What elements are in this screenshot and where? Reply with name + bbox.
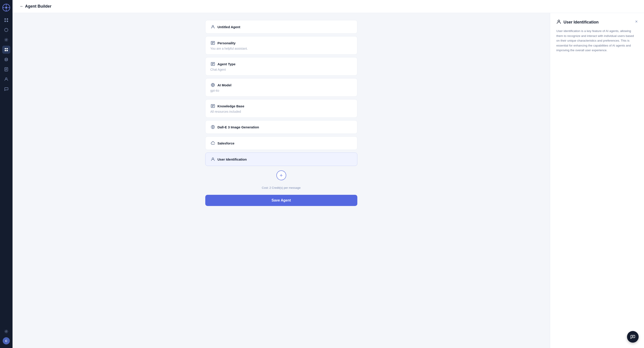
sidebar-settings-icon[interactable] bbox=[2, 328, 10, 336]
right-panel: User Identification × User identificatio… bbox=[550, 13, 644, 348]
svg-rect-12 bbox=[5, 48, 6, 49]
svg-rect-15 bbox=[6, 50, 8, 51]
svg-rect-9 bbox=[7, 20, 8, 22]
back-arrow-icon: ← bbox=[20, 4, 24, 9]
knowledge-base-value: All resources included bbox=[210, 110, 352, 114]
ai-model-value: gpt-4o bbox=[210, 89, 352, 92]
add-button-wrapper: + bbox=[205, 170, 357, 180]
svg-point-10 bbox=[5, 28, 8, 32]
personality-title: Personality bbox=[218, 41, 236, 45]
close-panel-button[interactable]: × bbox=[635, 19, 638, 24]
agent-type-value: Chat Agent bbox=[210, 68, 352, 71]
user-identification-card[interactable]: User Identification bbox=[205, 152, 357, 166]
dall-e-icon bbox=[210, 124, 215, 130]
sidebar: C bbox=[0, 0, 12, 348]
right-panel-title-row: User Identification bbox=[556, 19, 598, 25]
content-area: Untitled Agent bbox=[12, 13, 644, 348]
sidebar-item-database[interactable] bbox=[2, 56, 10, 64]
dall-e-title: Dall-E 3 Image Generation bbox=[218, 125, 259, 129]
untitled-agent-card[interactable]: Untitled Agent bbox=[205, 20, 357, 34]
svg-rect-6 bbox=[4, 18, 6, 20]
save-agent-button[interactable]: Save Agent bbox=[205, 195, 357, 206]
user-id-title: User Identification bbox=[218, 158, 247, 161]
sidebar-item-agents[interactable] bbox=[2, 46, 10, 54]
logo[interactable] bbox=[2, 4, 10, 12]
svg-point-33 bbox=[212, 84, 214, 86]
cost-text: Cost: 2 Credit(s) per message bbox=[205, 186, 357, 190]
personality-card[interactable]: Personality You are a helpful assistant. bbox=[205, 36, 357, 54]
sidebar-item-chat[interactable] bbox=[2, 26, 10, 34]
user-id-icon bbox=[210, 157, 215, 162]
svg-point-1 bbox=[5, 6, 8, 9]
knowledge-base-card[interactable]: Knowledge Base All resources included bbox=[205, 99, 357, 118]
svg-point-47 bbox=[558, 20, 560, 22]
svg-point-11 bbox=[6, 39, 7, 40]
agent-type-title: Agent Type bbox=[218, 62, 236, 66]
personality-icon bbox=[210, 40, 215, 46]
agent-type-icon bbox=[210, 62, 215, 66]
svg-point-22 bbox=[6, 331, 7, 332]
right-panel-header: User Identification × bbox=[556, 19, 638, 25]
salesforce-card[interactable]: Salesforce bbox=[205, 136, 357, 150]
right-panel-person-icon bbox=[556, 19, 561, 25]
svg-point-43 bbox=[212, 126, 213, 128]
knowledge-base-icon bbox=[210, 104, 215, 108]
main-content: ← Agent Builder Untitled Agent bbox=[12, 0, 644, 348]
sidebar-item-dashboard[interactable] bbox=[2, 16, 10, 24]
salesforce-title: Salesforce bbox=[218, 141, 234, 145]
right-panel-title: User Identification bbox=[564, 20, 598, 24]
page-title: Agent Builder bbox=[25, 4, 52, 9]
sidebar-item-settings[interactable] bbox=[2, 36, 10, 44]
ai-model-icon bbox=[210, 82, 215, 88]
dall-e-card[interactable]: Dall-E 3 Image Generation bbox=[205, 120, 357, 134]
ai-model-card[interactable]: AI Model gpt-4o bbox=[205, 78, 357, 96]
personality-value: You are a helpful assistant. bbox=[210, 47, 352, 50]
center-panel: Untitled Agent bbox=[12, 13, 550, 348]
svg-rect-13 bbox=[6, 48, 8, 49]
add-component-button[interactable]: + bbox=[276, 170, 286, 180]
ai-model-title: AI Model bbox=[218, 83, 232, 87]
knowledge-base-title: Knowledge Base bbox=[218, 104, 244, 108]
cards-container: Untitled Agent bbox=[205, 20, 357, 206]
sidebar-item-messages[interactable] bbox=[2, 85, 10, 93]
header: ← Agent Builder bbox=[12, 0, 644, 13]
person-icon bbox=[210, 24, 215, 29]
svg-point-16 bbox=[5, 58, 8, 59]
sidebar-item-users[interactable] bbox=[2, 75, 10, 83]
user-avatar[interactable]: C bbox=[3, 337, 10, 344]
agent-type-card[interactable]: Agent Type Chat Agent bbox=[205, 57, 357, 76]
right-panel-description: User identification is a key feature of … bbox=[556, 29, 638, 53]
svg-rect-7 bbox=[7, 18, 8, 20]
svg-rect-14 bbox=[5, 50, 6, 51]
sidebar-item-documents[interactable] bbox=[2, 65, 10, 73]
back-button[interactable]: ← Agent Builder bbox=[20, 4, 52, 9]
untitled-agent-title: Untitled Agent bbox=[218, 25, 240, 29]
svg-rect-8 bbox=[4, 20, 6, 22]
chat-float-button[interactable] bbox=[627, 331, 639, 343]
salesforce-icon bbox=[210, 141, 215, 146]
